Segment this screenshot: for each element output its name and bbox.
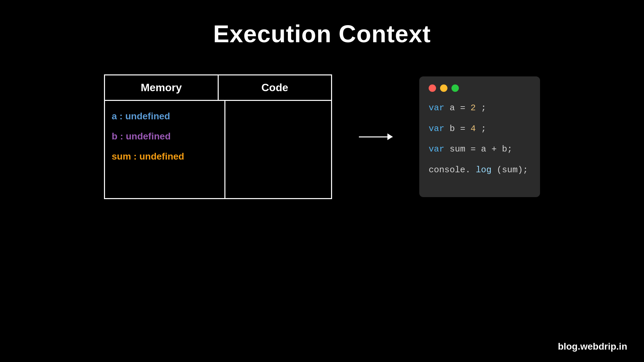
memory-column: a : undefined b : undefined sum : undefi… [105,101,225,198]
var-sum: sum = a + b; [449,144,512,154]
maximize-dot [451,84,459,92]
num-2: 2 [471,103,476,113]
code-line-2: var b = 4 ; [429,122,531,136]
execution-context-table: Memory Code a : undefined b : undefined … [104,74,332,199]
right-arrow [359,136,392,137]
arrow-container [359,136,392,137]
main-content: Memory Code a : undefined b : undefined … [0,74,644,199]
num-4: 4 [471,124,476,134]
memory-item-sum: sum : undefined [112,151,218,162]
code-column-header: Code [219,75,331,100]
editor-traffic-lights [429,84,531,92]
code-editor: var a = 2 ; var b = 4 ; var sum = a + b;… [419,76,540,197]
semicolon-1: ; [481,103,486,113]
memory-item-b: b : undefined [112,131,218,142]
watermark: blog.webdrip.in [558,341,627,352]
log-args: (sum); [497,165,528,175]
memory-item-a: a : undefined [112,111,218,122]
memory-column-header: Memory [105,75,219,100]
code-line-4: console. log (sum); [429,163,531,177]
table-header: Memory Code [105,75,331,101]
keyword-var-2: var [429,124,444,134]
arrow-line [359,136,392,137]
var-b: b = [449,124,470,134]
semicolon-2: ; [481,124,486,134]
keyword-var-3: var [429,144,444,154]
close-dot [429,84,436,92]
code-column [225,101,331,198]
var-a: a = [449,103,470,113]
keyword-var-1: var [429,103,444,113]
console-fn: console. [429,165,471,175]
minimize-dot [440,84,447,92]
log-method: log [476,165,491,175]
table-body: a : undefined b : undefined sum : undefi… [105,101,331,198]
code-block: var a = 2 ; var b = 4 ; var sum = a + b;… [429,101,531,177]
code-line-1: var a = 2 ; [429,101,531,115]
page-title: Execution Context [0,0,644,48]
code-line-3: var sum = a + b; [429,142,531,157]
